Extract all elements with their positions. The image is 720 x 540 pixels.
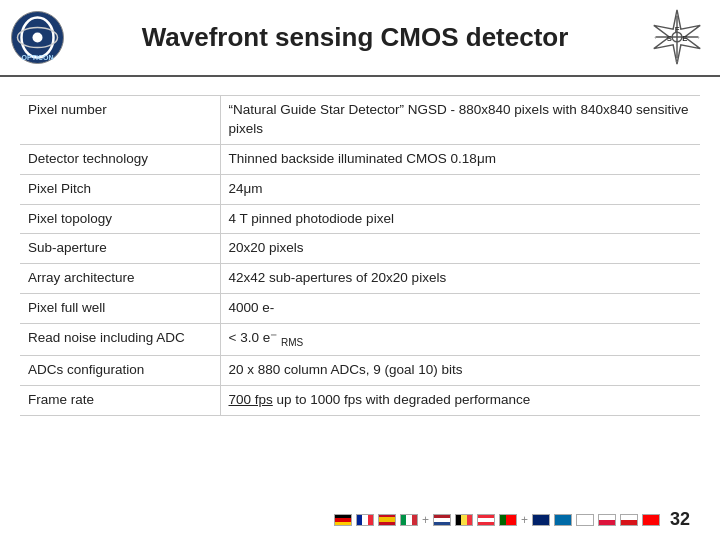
flag-ch <box>642 514 660 526</box>
flag-de <box>334 514 352 526</box>
flag-nl <box>433 514 451 526</box>
row-value: 700 fps up to 1000 fps with degraded per… <box>220 385 700 415</box>
flag-se <box>554 514 572 526</box>
row-label: Pixel full well <box>20 294 220 324</box>
svg-text:F: F <box>675 25 680 34</box>
row-label: Pixel Pitch <box>20 174 220 204</box>
flag-cz <box>620 514 638 526</box>
header: OPTICON Wavefront sensing CMOS detector … <box>0 0 720 77</box>
table-row: ADCs configuration20 x 880 column ADCs, … <box>20 355 700 385</box>
footer: + + 32 <box>0 509 720 530</box>
table-row: Read noise including ADC< 3.0 e⁻ RMS <box>20 324 700 356</box>
row-value: < 3.0 e⁻ RMS <box>220 324 700 356</box>
svg-text:+: + <box>654 34 658 40</box>
row-label: Pixel topology <box>20 204 220 234</box>
table-row: Pixel number“Natural Guide Star Detector… <box>20 96 700 145</box>
flag-es <box>378 514 396 526</box>
row-label: Array architecture <box>20 264 220 294</box>
row-label: Detector technology <box>20 144 220 174</box>
page: OPTICON Wavefront sensing CMOS detector … <box>0 0 720 540</box>
row-value: 4000 e- <box>220 294 700 324</box>
flag-pl <box>598 514 616 526</box>
row-label: Pixel number <box>20 96 220 145</box>
row-label: Read noise including ADC <box>20 324 220 356</box>
flag-at <box>477 514 495 526</box>
row-value: 4 T pinned photodiode pixel <box>220 204 700 234</box>
svg-text:OPTICON: OPTICON <box>22 54 54 61</box>
specs-table: Pixel number“Natural Guide Star Detector… <box>20 95 700 416</box>
svg-text:S: S <box>667 34 672 43</box>
row-value: 20 x 880 column ADCs, 9 (goal 10) bits <box>220 355 700 385</box>
flag-pt <box>499 514 517 526</box>
svg-text:+: + <box>697 34 701 40</box>
table-row: Array architecture42x42 sub-apertures of… <box>20 264 700 294</box>
row-label: Sub-aperture <box>20 234 220 264</box>
page-number: 32 <box>670 509 690 530</box>
table-row: Sub-aperture20x20 pixels <box>20 234 700 264</box>
opticon-logo: OPTICON <box>10 10 65 65</box>
table-row: Pixel full well4000 e- <box>20 294 700 324</box>
svg-point-3 <box>33 33 43 43</box>
svg-text:E: E <box>682 34 687 43</box>
row-value: 24μm <box>220 174 700 204</box>
table-row: Pixel Pitch24μm <box>20 174 700 204</box>
row-value: Thinned backside illuminated CMOS 0.18μm <box>220 144 700 174</box>
svg-text:+: + <box>675 58 679 64</box>
svg-text:+: + <box>675 11 679 17</box>
table-row: Frame rate700 fps up to 1000 fps with de… <box>20 385 700 415</box>
row-value: 42x42 sub-apertures of 20x20 pixels <box>220 264 700 294</box>
flag-fr <box>356 514 374 526</box>
fes-logo: F S E + + + + <box>648 8 706 66</box>
table-row: Pixel topology4 T pinned photodiode pixe… <box>20 204 700 234</box>
row-label: ADCs configuration <box>20 355 220 385</box>
flag-uk <box>532 514 550 526</box>
page-title: Wavefront sensing CMOS detector <box>80 22 700 53</box>
flag-be <box>455 514 473 526</box>
flag-fi <box>576 514 594 526</box>
row-label: Frame rate <box>20 385 220 415</box>
table-row: Detector technologyThinned backside illu… <box>20 144 700 174</box>
row-value: 20x20 pixels <box>220 234 700 264</box>
table-container: Pixel number“Natural Guide Star Detector… <box>0 77 720 426</box>
row-value: “Natural Guide Star Detector” NGSD - 880… <box>220 96 700 145</box>
flag-it <box>400 514 418 526</box>
